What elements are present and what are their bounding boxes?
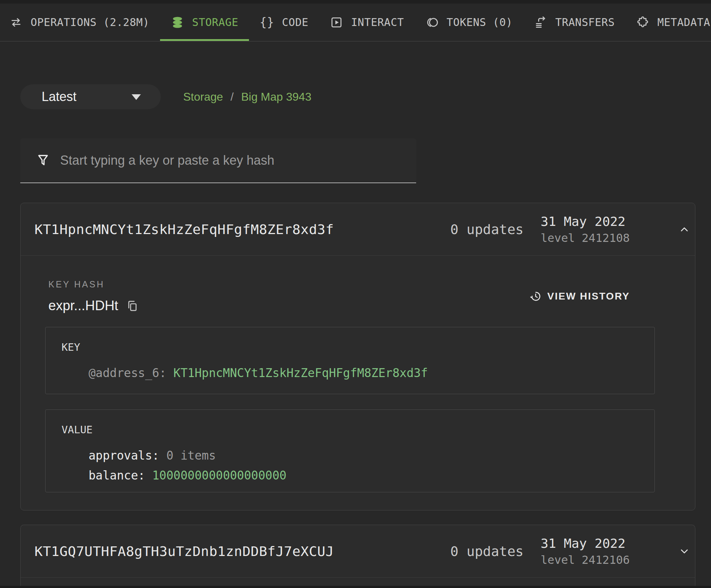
braces-icon: {} xyxy=(260,15,274,29)
tab-label: CODE xyxy=(282,16,308,28)
tab-label: INTERACT xyxy=(351,16,404,28)
contract-tab-bar: OPERATIONS (2.28M) STORAGE {} CODE INTER… xyxy=(0,4,711,42)
value-field-value: 1000000000000000000 xyxy=(152,468,287,482)
date-text: 31 May 2022 xyxy=(541,536,636,551)
version-selector[interactable]: Latest xyxy=(20,84,161,109)
value-section-label: VALUE xyxy=(62,425,640,435)
play-box-icon xyxy=(330,16,343,29)
tab-operations[interactable]: OPERATIONS (2.28M) xyxy=(9,4,160,41)
date-text: 31 May 2022 xyxy=(541,214,636,229)
bigmap-key-card: KT1GQ7UTHFA8gTH3uTzDnb1znDDBfJ7eXCUJ 0 u… xyxy=(20,525,695,588)
value-field-name: balance: xyxy=(89,468,145,482)
tab-interact[interactable]: INTERACT xyxy=(319,4,415,41)
chevron-down-icon[interactable] xyxy=(678,545,691,558)
version-selector-value: Latest xyxy=(42,89,76,104)
coins-icon xyxy=(425,16,439,29)
key-card-header[interactable]: KT1GQ7UTHFA8gTH3uTzDnb1znDDBfJ7eXCUJ 0 u… xyxy=(21,525,695,577)
top-edge-strip xyxy=(0,0,711,4)
breadcrumb-storage-link[interactable]: Storage xyxy=(183,90,223,104)
caret-down-icon xyxy=(132,94,141,105)
breadcrumb: Storage / Big Map 3943 xyxy=(183,90,311,104)
database-icon xyxy=(171,16,184,29)
tab-tokens[interactable]: TOKENS (0) xyxy=(415,4,524,41)
storage-controls-row: Latest Storage / Big Map 3943 xyxy=(20,84,711,109)
view-history-button[interactable]: VIEW HISTORY xyxy=(530,290,630,302)
breadcrumb-separator: / xyxy=(230,90,234,104)
key-card-header[interactable]: KT1HpncMNCYt1ZskHzZeFqHFgfM8ZEr8xd3f 0 u… xyxy=(21,203,695,255)
tab-label: STORAGE xyxy=(192,16,238,28)
tab-label: OPERATIONS (2.28M) xyxy=(31,16,149,28)
chevron-up-icon[interactable] xyxy=(678,223,691,236)
swap-horizontal-icon xyxy=(9,16,23,29)
copy-icon[interactable] xyxy=(126,300,139,312)
value-section: VALUE approvals:0 items balance:10000000… xyxy=(45,409,655,492)
bottom-edge-strip xyxy=(0,586,711,588)
bigmap-key-card: KT1HpncMNCYt1ZskHzZeFqHFgfM8ZEr8xd3f 0 u… xyxy=(20,203,695,510)
value-field-value: 0 items xyxy=(166,449,216,462)
key-hash-value-row: expr...HDHt xyxy=(48,298,139,313)
value-row-approvals: approvals:0 items xyxy=(89,446,640,466)
key-section-content: @address_6:KT1HpncMNCYt1ZskHzZeFqHFgfM8Z… xyxy=(62,363,640,383)
date-block: 31 May 2022 level 2412108 xyxy=(541,214,636,245)
key-hash-value: expr...HDHt xyxy=(48,298,118,313)
breadcrumb-bigmap-link[interactable]: Big Map 3943 xyxy=(241,90,311,104)
value-field-name: approvals: xyxy=(89,449,159,462)
puzzle-icon xyxy=(636,16,649,29)
key-section: KEY @address_6:KT1HpncMNCYt1ZskHzZeFqHFg… xyxy=(45,327,655,394)
key-hash-row: KEY HASH expr...HDHt xyxy=(48,279,630,313)
tab-transfers[interactable]: TRANSFERS xyxy=(523,4,625,41)
updates-count: 0 updates xyxy=(450,544,524,559)
view-history-label: VIEW HISTORY xyxy=(547,291,630,302)
key-section-label: KEY xyxy=(62,342,640,353)
value-section-content: approvals:0 items balance:10000000000000… xyxy=(62,446,640,486)
key-search-box xyxy=(20,138,416,183)
tab-code[interactable]: {} CODE xyxy=(249,4,319,41)
value-row-balance: balance:1000000000000000000 xyxy=(89,466,640,486)
filter-icon xyxy=(35,153,51,168)
level-text: level 2412108 xyxy=(541,231,636,245)
tab-storage[interactable]: STORAGE xyxy=(160,4,249,41)
tab-label: TOKENS (0) xyxy=(447,16,513,28)
key-card-body: KEY HASH expr...HDHt xyxy=(21,256,695,510)
transfer-icon xyxy=(534,16,547,29)
tab-label: METADATA xyxy=(657,16,710,28)
updates-count: 0 updates xyxy=(450,222,524,237)
date-block: 31 May 2022 level 2412106 xyxy=(541,536,636,567)
tab-label: TRANSFERS xyxy=(555,16,615,28)
key-field-name: @address_6: xyxy=(89,366,166,380)
key-search-input[interactable] xyxy=(60,153,402,168)
tab-metadata[interactable]: METADATA xyxy=(625,4,711,41)
key-card-title: KT1HpncMNCYt1ZskHzZeFqHFgfM8ZEr8xd3f xyxy=(35,222,450,237)
key-card-title: KT1GQ7UTHFA8gTH3uTzDnb1znDDBfJ7eXCUJ xyxy=(35,544,450,559)
key-hash-block: KEY HASH expr...HDHt xyxy=(48,279,139,313)
history-icon xyxy=(530,290,542,302)
key-hash-label: KEY HASH xyxy=(48,279,139,290)
level-text: level 2412106 xyxy=(541,553,636,567)
key-field-value: KT1HpncMNCYt1ZskHzZeFqHFgfM8ZEr8xd3f xyxy=(174,366,428,380)
